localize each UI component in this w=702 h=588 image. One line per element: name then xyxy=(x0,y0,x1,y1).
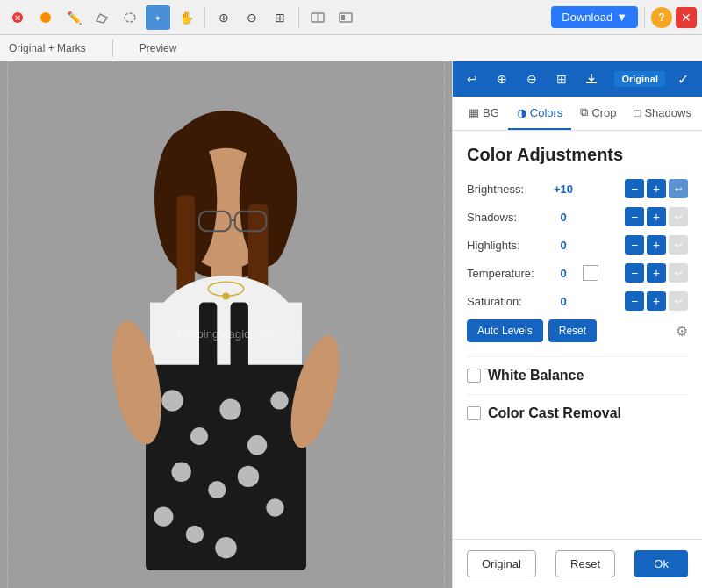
panel-tabs: ▦ BG ◑ Colors ⧉ Crop □ Shadows xyxy=(453,97,702,131)
svg-point-40 xyxy=(266,498,283,516)
color-adjustments-title: Color Adjustments xyxy=(467,145,688,165)
svg-rect-10 xyxy=(341,15,345,20)
lasso-btn[interactable] xyxy=(118,5,142,30)
temperature-reset-btn[interactable]: ↩ xyxy=(669,263,688,283)
panel-undo-btn[interactable]: ↩ xyxy=(460,67,484,91)
color-cast-removal-checkbox[interactable] xyxy=(467,406,481,420)
svg-point-37 xyxy=(171,463,190,482)
svg-point-34 xyxy=(219,398,240,419)
saturation-minus-btn[interactable]: − xyxy=(625,291,644,311)
pan-btn[interactable]: ✋ xyxy=(174,5,198,30)
brightness-plus-btn[interactable]: + xyxy=(647,179,666,198)
saturation-plus-btn[interactable]: + xyxy=(647,291,666,311)
shadows-tab-icon: □ xyxy=(634,106,641,119)
highlights-minus-btn[interactable]: − xyxy=(625,235,644,255)
svg-text:ClippingMagic.com: ClippingMagic.com xyxy=(177,327,276,341)
brightness-minus-btn[interactable]: − xyxy=(625,179,644,198)
zoom-in-btn[interactable]: ⊕ xyxy=(211,5,236,30)
svg-point-42 xyxy=(186,526,204,543)
color-cast-removal-title: Color Cast Removal xyxy=(488,405,621,421)
sub-toolbar: Original + Marks Preview xyxy=(0,35,702,61)
download-label: Download xyxy=(562,11,612,24)
tab-bg[interactable]: ▦ BG xyxy=(460,97,508,130)
action-row: Auto Levels Reset ⚙ xyxy=(467,319,688,342)
bottom-reset-button[interactable]: Reset xyxy=(555,550,615,577)
original-view-btn[interactable] xyxy=(305,5,330,30)
download-arrow-icon: ▼ xyxy=(616,11,627,24)
shadows-controls: − + ↩ xyxy=(625,207,688,226)
color-cast-removal-section: Color Cast Removal xyxy=(467,394,688,432)
tab-colors[interactable]: ◑ Colors xyxy=(508,97,572,130)
colors-tab-icon: ◑ xyxy=(517,106,526,119)
tab-crop[interactable]: ⧉ Crop xyxy=(571,97,625,130)
auto-levels-button[interactable]: Auto Levels xyxy=(467,319,543,342)
shadows-label: Shadows: xyxy=(467,211,546,224)
svg-point-33 xyxy=(190,427,208,445)
crop-tab-icon: ⧉ xyxy=(580,105,588,119)
temperature-value: 0 xyxy=(546,267,581,280)
zoom-out-btn[interactable]: ⊖ xyxy=(240,5,264,30)
brightness-label: Brightness: xyxy=(467,183,546,196)
crop-tab-label: Crop xyxy=(591,106,616,119)
svg-point-32 xyxy=(161,390,183,411)
brightness-value: +10 xyxy=(546,183,581,196)
tab-shadows[interactable]: □ Shadows xyxy=(626,97,700,130)
minimize-btn[interactable] xyxy=(33,5,58,30)
highlights-reset-btn[interactable]: ↩ xyxy=(669,235,688,255)
svg-point-39 xyxy=(238,466,259,487)
saturation-controls: − + ↩ xyxy=(625,291,688,311)
saturation-reset-btn[interactable]: ↩ xyxy=(669,291,688,311)
svg-point-35 xyxy=(247,435,267,455)
right-panel: ↩ ⊕ ⊖ ⊞ Original ✓ ▦ BG ◑ Colors ⧉ Crop xyxy=(452,61,702,588)
bottom-ok-button[interactable]: Ok xyxy=(634,550,688,577)
brightness-row: Brightness: +10 − + ↩ xyxy=(467,179,688,198)
shadows-minus-btn[interactable]: − xyxy=(625,207,644,226)
settings-gear-button[interactable]: ⚙ xyxy=(676,323,688,340)
highlights-label: Highlights: xyxy=(467,239,546,252)
canvas-area[interactable]: ClippingMagic.com xyxy=(0,61,452,588)
svg-text:✦: ✦ xyxy=(154,14,161,23)
canvas-image: ClippingMagic.com xyxy=(0,61,452,588)
shadows-reset-btn[interactable]: ↩ xyxy=(669,207,688,226)
temperature-controls: − + ↩ xyxy=(625,263,688,283)
magic-btn[interactable]: ✦ xyxy=(146,5,170,30)
panel-content: Color Adjustments Brightness: +10 − + ↩ … xyxy=(453,131,702,539)
window-close-button[interactable]: ✕ xyxy=(676,7,697,28)
white-balance-header[interactable]: White Balance xyxy=(467,368,688,384)
close-circle-btn[interactable]: ✕ xyxy=(5,5,30,30)
help-button[interactable]: ? xyxy=(651,7,672,28)
panel-fit-btn[interactable]: ⊞ xyxy=(549,67,574,91)
svg-point-2 xyxy=(40,12,51,23)
bg-tab-icon: ▦ xyxy=(469,106,479,119)
brush-btn[interactable]: ✏️ xyxy=(61,5,86,30)
white-balance-checkbox[interactable] xyxy=(467,369,481,383)
panel-confirm-btn[interactable]: ✓ xyxy=(670,67,695,91)
color-cast-removal-header[interactable]: Color Cast Removal xyxy=(467,405,688,421)
download-button[interactable]: Download ▼ xyxy=(551,6,638,28)
svg-text:✕: ✕ xyxy=(14,13,21,23)
panel-zoom-in-btn[interactable]: ⊕ xyxy=(490,67,514,91)
bottom-original-button[interactable]: Original xyxy=(467,550,536,577)
separator-3 xyxy=(644,7,645,28)
temperature-minus-btn[interactable]: − xyxy=(625,263,644,283)
preview-label: Preview xyxy=(140,42,177,54)
bottom-buttons: Original Reset Ok xyxy=(453,539,702,588)
reset-button[interactable]: Reset xyxy=(548,319,597,342)
temperature-plus-btn[interactable]: + xyxy=(647,263,666,283)
brightness-reset-btn[interactable]: ↩ xyxy=(669,179,688,198)
eraser-btn[interactable] xyxy=(90,5,114,30)
panel-download-btn[interactable] xyxy=(579,67,604,91)
temperature-row: Temperature: 0 − + ↩ xyxy=(467,263,688,283)
compare-view-btn[interactable] xyxy=(333,5,358,30)
temperature-label: Temperature: xyxy=(467,267,546,280)
panel-zoom-out-btn[interactable]: ⊖ xyxy=(519,67,544,91)
original-badge: Original xyxy=(614,71,665,87)
fit-view-btn[interactable]: ⊞ xyxy=(268,5,292,30)
shadows-plus-btn[interactable]: + xyxy=(647,207,666,226)
colors-tab-label: Colors xyxy=(530,106,563,119)
highlights-plus-btn[interactable]: + xyxy=(647,235,666,255)
temperature-color-box xyxy=(583,265,598,281)
brightness-controls: − + ↩ xyxy=(625,179,688,198)
saturation-label: Saturation: xyxy=(467,295,546,308)
highlights-row: Highlights: 0 − + ↩ xyxy=(467,235,688,255)
